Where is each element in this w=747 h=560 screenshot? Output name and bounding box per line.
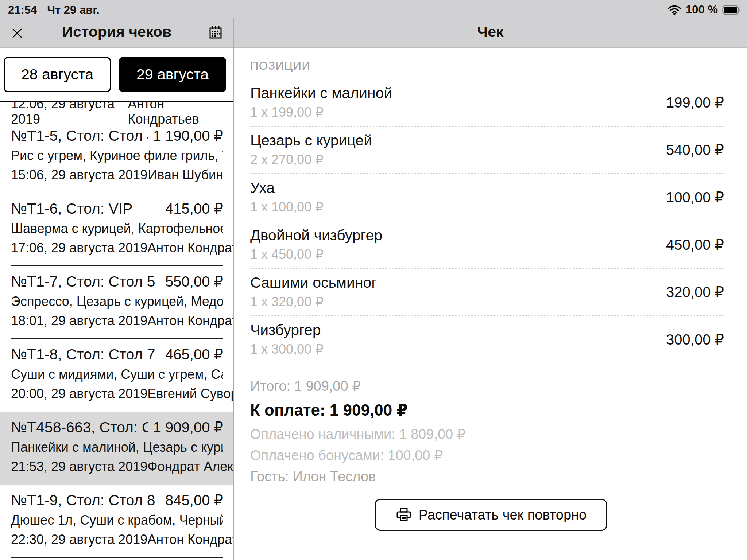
position-total-price: 300,00 ₽ — [666, 331, 724, 348]
receipt-row-top: №Т1-7, Стол: Стол 5 550,00 ₽ — [11, 271, 223, 292]
receipt-panel-title: Чек — [234, 23, 747, 40]
position-total-price: 199,00 ₽ — [666, 94, 724, 111]
receipt-row-bottom: 15:06, 29 августа 2019 Иван Шубин — [11, 166, 223, 184]
receipt-summary: Дюшес 1л, Суши с крабом, Черный кофе — [11, 510, 223, 530]
receipt-row-bottom: 18:01, 29 августа 2019 Антон Кондратьев — [11, 311, 223, 330]
receipt-total: 1 190,00 ₽ — [153, 125, 223, 146]
receipt-row[interactable]: №Т1-8, Стол: Стол 7 465,00 ₽ Суши с миди… — [0, 339, 234, 412]
receipt-total: 1 909,00 ₽ — [153, 417, 223, 438]
receipt-number: №Т458-663, Стол: Ст... — [11, 417, 148, 438]
receipts-list: 12:06, 29 августа 2019 Антон Кондратьев … — [0, 102, 234, 560]
receipt-summary: Панкейки с малиной, Цезарь с курицей,... — [11, 438, 223, 457]
date-tab-label: 28 августа — [21, 66, 93, 83]
receipt-waiter: Антон Кондратьев — [147, 311, 234, 330]
receipt-total: 845,00 ₽ — [165, 490, 223, 510]
receipt-summary: Суши с мидиями, Суши с угрем, Сашими... — [11, 365, 223, 384]
position-qty-price: 1 x 450,00 ₽ — [250, 247, 724, 262]
receipt-time: 18:01, 29 августа 2019 — [11, 311, 147, 330]
status-bar-left: 21:54 Чт 29 авг. — [8, 4, 100, 17]
receipt-row-top: №Т1-6, Стол: VIP 415,00 ₽ — [11, 198, 223, 219]
panel-divider — [233, 18, 234, 560]
receipt-row-top: №Т1-8, Стол: Стол 7 465,00 ₽ — [11, 344, 223, 365]
position-row: Цезарь с курицей 2 x 270,00 ₽ 540,00 ₽ — [250, 127, 724, 174]
receipt-waiter: Антон Кондратьев — [147, 530, 234, 549]
wifi-icon — [667, 5, 681, 15]
paid-bonus-line: Оплачено бонусами: 100,00 ₽ — [250, 447, 466, 464]
battery-percentage: 100 % — [686, 3, 718, 16]
receipt-row[interactable]: №Т1-9, Стол: Стол 8 845,00 ₽ Дюшес 1л, С… — [0, 485, 234, 558]
receipt-row[interactable]: №Т1-6, Стол: VIP 415,00 ₽ Шаверма с кури… — [0, 193, 234, 266]
receipt-time: 22:30, 29 августа 2019 — [11, 530, 147, 549]
receipt-row[interactable]: №Т1-7, Стол: Стол 5 550,00 ₽ Эспрессо, Ц… — [0, 266, 234, 339]
receipt-summary: Рис с угрем, Куриное филе гриль, Томле..… — [11, 146, 223, 166]
receipt-row-bottom: 20:00, 29 августа 2019 Евгений Суворов — [11, 384, 223, 403]
positions-list: Панкейки с малиной 1 x 199,00 ₽ 199,00 ₽… — [250, 79, 724, 363]
date-tab[interactable]: 29 августа — [119, 57, 226, 92]
printer-icon — [395, 506, 412, 523]
receipt-total: 415,00 ₽ — [165, 198, 223, 219]
receipt-row[interactable]: №Т458-663, Стол: Ст... 1 909,00 ₽ Панкей… — [0, 412, 234, 485]
reprint-receipt-label: Распечатать чек повторно — [419, 507, 587, 523]
receipt-number: №Т1-6, Стол: VIP — [11, 198, 133, 219]
receipt-time: 20:00, 29 августа 2019 — [11, 384, 147, 403]
position-qty-price: 1 x 320,00 ₽ — [250, 294, 724, 310]
position-name: Уха — [250, 179, 724, 197]
receipt-row-top: №Т1-5, Стол: Стол 4 1 190,00 ₽ — [11, 125, 223, 146]
date-tab-label: 29 августа — [136, 66, 209, 83]
position-row: Уха 1 x 100,00 ₽ 100,00 ₽ — [250, 174, 724, 221]
position-row: Двойной чизбургер 1 x 450,00 ₽ 450,00 ₽ — [250, 221, 724, 269]
receipt-row-bottom: 17:06, 29 августа 2019 Антон Кондратьев — [11, 238, 223, 257]
position-name: Панкейки с малиной — [250, 84, 724, 102]
subtotal-line: Итого: 1 909,00 ₽ — [250, 378, 466, 394]
date-tab[interactable]: 28 августа — [4, 57, 111, 92]
receipt-summary: Шаверма с курицей, Картофельное пюр... — [11, 219, 223, 238]
position-row: Чизбургер 1 x 300,00 ₽ 300,00 ₽ — [250, 316, 724, 363]
receipt-row[interactable]: №Т1-5, Стол: Стол 4 1 190,00 ₽ Рис с угр… — [0, 120, 234, 193]
positions-section-label: ПОЗИЦИИ — [250, 59, 310, 73]
receipt-row-partial[interactable]: 12:06, 29 августа 2019 Антон Кондратьев — [0, 102, 234, 120]
receipt-waiter: Иван Шубин — [148, 166, 223, 184]
position-name: Цезарь с курицей — [250, 132, 724, 149]
calendar-button[interactable] — [207, 24, 224, 41]
position-name: Сашими осьминог — [250, 274, 724, 291]
reprint-receipt-button[interactable]: Распечатать чек повторно — [375, 499, 607, 531]
position-qty-price: 1 x 100,00 ₽ — [250, 199, 724, 215]
receipt-number: №Т1-5, Стол: Стол 4 — [11, 125, 148, 146]
receipt-time: 21:53, 29 августа 2019 — [11, 457, 147, 476]
position-total-price: 540,00 ₽ — [666, 141, 724, 158]
receipt-number: №Т1-7, Стол: Стол 5 — [11, 271, 155, 292]
left-panel-title: История чеков — [0, 23, 234, 40]
receipt-row-bottom: 22:30, 29 августа 2019 Антон Кондратьев — [11, 530, 223, 549]
receipt-waiter: Евгений Суворов — [147, 384, 234, 403]
receipt-time: 17:06, 29 августа 2019 — [11, 238, 147, 257]
position-row: Сашими осьминог 1 x 320,00 ₽ 320,00 ₽ — [250, 269, 724, 316]
receipt-number: №Т1-8, Стол: Стол 7 — [11, 344, 155, 365]
receipt-row-top: №Т1-9, Стол: Стол 8 845,00 ₽ — [11, 490, 223, 510]
receipt-waiter: Фондрат Алексе... — [147, 457, 234, 476]
position-total-price: 100,00 ₽ — [666, 189, 724, 206]
totals-block: Итого: 1 909,00 ₽ К оплате: 1 909,00 ₽ О… — [250, 378, 466, 485]
position-row: Панкейки с малиной 1 x 199,00 ₽ 199,00 ₽ — [250, 79, 724, 127]
position-total-price: 320,00 ₽ — [666, 284, 724, 300]
position-name: Чизбургер — [250, 321, 724, 339]
receipt-row-bottom: 21:53, 29 августа 2019 Фондрат Алексе... — [11, 457, 223, 476]
position-qty-price: 1 x 199,00 ₽ — [250, 105, 724, 120]
status-date: Чт 29 авг. — [47, 4, 99, 17]
amount-due-line: К оплате: 1 909,00 ₽ — [250, 400, 466, 421]
calendar-icon — [207, 24, 224, 41]
battery-full-icon — [722, 5, 741, 15]
position-qty-price: 1 x 300,00 ₽ — [250, 342, 724, 357]
status-time: 21:54 — [8, 4, 37, 17]
position-total-price: 450,00 ₽ — [666, 236, 724, 253]
date-tabs-row: 28 августа 29 августа — [0, 48, 234, 102]
position-name: Двойной чизбургер — [250, 226, 724, 244]
receipt-total: 550,00 ₽ — [165, 271, 223, 292]
receipt-number: №Т1-9, Стол: Стол 8 — [11, 490, 155, 510]
receipt-row-top: №Т458-663, Стол: Ст... 1 909,00 ₽ — [11, 417, 223, 438]
position-qty-price: 2 x 270,00 ₽ — [250, 152, 724, 167]
app-screen: 21:54 Чт 29 авг. 100 % История — [0, 0, 747, 560]
guest-line: Гость: Илон Теслов — [250, 468, 466, 485]
paid-cash-line: Оплачено наличными: 1 809,00 ₽ — [250, 426, 466, 443]
receipt-summary: Эспрессо, Цезарь с курицей, Медовик — [11, 292, 223, 311]
receipt-total: 465,00 ₽ — [165, 344, 223, 365]
